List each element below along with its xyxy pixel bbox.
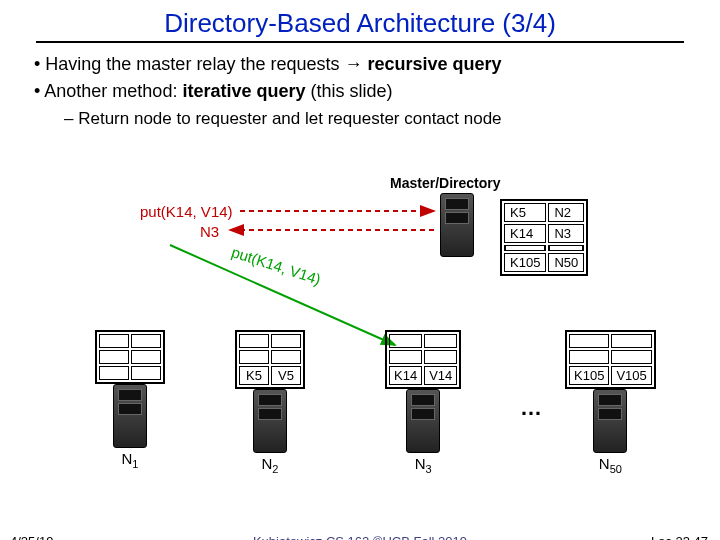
node-50-label: N50 [565,455,656,475]
bullet-2-post: (this slide) [305,81,392,101]
node-2: K5V5 N2 [235,330,305,475]
node-1-k [99,366,129,380]
bullet-2-pre: Another method: [44,81,182,101]
dir-k2: K14 [504,224,546,243]
node-2-k: K5 [239,366,269,385]
node-3-k: K14 [389,366,422,385]
node-1: N1 [95,330,165,470]
bullet-2-bold: iterative query [182,81,305,101]
node-2-v: V5 [271,366,301,385]
node-1-label: N1 [95,450,165,470]
directory-table: K5N2 K14N3 K105N50 [500,199,588,276]
slide-title: Directory-Based Architecture (3/4) [36,0,684,43]
node-50-table: K105V105 [565,330,656,389]
master-server-icon [440,193,474,257]
node-1-server-icon [113,384,147,448]
dir-k3: K105 [504,253,546,272]
bullet-1-pre: Having the master relay the requests [45,54,344,74]
bullet-list: Having the master relay the requests → r… [22,53,698,130]
ellipsis: … [520,395,542,421]
node-50-v: V105 [611,366,651,385]
bullet-1-bold: recursive query [362,54,501,74]
dir-k1: K5 [504,203,546,222]
footer-course: Kubiatowicz CS 162 ©UCB Fall 2019 [0,534,720,540]
node-50: K105V105 N50 [565,330,656,475]
node-50-server-icon [593,389,627,453]
sub-bullet-1: Return node to requester and let request… [64,108,698,130]
node-1-v [131,366,161,380]
bullet-2: Another method: iterative query (this sl… [34,80,698,103]
footer-lecture: Lec 23.47 [651,534,708,540]
node-2-server-icon [253,389,287,453]
node-1-table [95,330,165,384]
node-3: K14V14 N3 [385,330,461,475]
node-3-label: N3 [385,455,461,475]
dir-v1: N2 [548,203,584,222]
arrow-icon: → [344,54,362,74]
diagram-area: Master/Directory put(K14, V14) N3 put(K1… [0,175,720,505]
node-3-server-icon [406,389,440,453]
node-3-table: K14V14 [385,330,461,389]
dir-v3: N50 [548,253,584,272]
node-2-table: K5V5 [235,330,305,389]
node-2-label: N2 [235,455,305,475]
node-3-v: V14 [424,366,457,385]
dir-v2: N3 [548,224,584,243]
node-50-k: K105 [569,366,609,385]
bullet-1: Having the master relay the requests → r… [34,53,698,76]
